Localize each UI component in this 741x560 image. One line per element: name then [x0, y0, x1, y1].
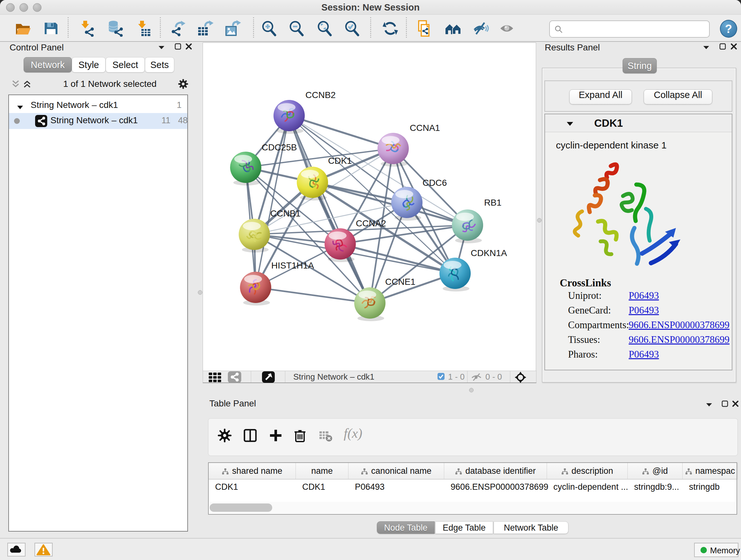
- status-bar: Memory: [0, 538, 741, 560]
- first-neighbors-icon[interactable]: [445, 20, 461, 37]
- network-node[interactable]: CCNA1: [378, 123, 440, 167]
- tab-edge-table[interactable]: Edge Table: [435, 521, 493, 534]
- maximize-panel-icon[interactable]: [174, 43, 182, 52]
- float-panel-icon[interactable]: [702, 44, 710, 51]
- table-settings-gear-icon[interactable]: [217, 428, 232, 443]
- network-share-view-icon[interactable]: [228, 371, 241, 383]
- float-panel-icon[interactable]: [705, 401, 713, 409]
- search-input[interactable]: [549, 20, 710, 38]
- crosslink-value[interactable]: 9606.ENSP00000378699: [629, 334, 730, 346]
- splitter-handle[interactable]: [198, 290, 202, 295]
- column-header-canonical-name[interactable]: canonical name: [348, 463, 444, 480]
- show-graphics-details-icon[interactable]: [499, 20, 516, 37]
- maximize-panel-icon[interactable]: [721, 400, 729, 409]
- footer-separator: [251, 371, 251, 382]
- close-panel-icon[interactable]: [732, 400, 739, 409]
- export-network-icon[interactable]: [170, 20, 187, 37]
- crosslink-value[interactable]: P06493: [629, 305, 659, 316]
- results-panel-title: Results Panel: [545, 43, 600, 53]
- network-collection-row[interactable]: String Network – cdk1 1: [9, 99, 187, 113]
- gear-icon[interactable]: [178, 78, 189, 91]
- import-table-file-icon[interactable]: [135, 20, 151, 37]
- tab-sets[interactable]: Sets: [145, 57, 174, 72]
- export-image-icon[interactable]: [225, 20, 241, 37]
- zoom-fit-icon[interactable]: [316, 20, 333, 37]
- network-edge[interactable]: [313, 182, 468, 225]
- network-node[interactable]: HIST1H1A: [240, 260, 314, 306]
- network-row[interactable]: String Network – cdk1 11 48: [9, 113, 187, 129]
- network-node[interactable]: CCNE1: [354, 277, 415, 321]
- tree-expander-icon[interactable]: [17, 102, 23, 112]
- float-panel-icon[interactable]: [158, 44, 165, 51]
- table-cell[interactable]: stringdb: [689, 482, 720, 492]
- collapse-all-tree-icon[interactable]: [11, 79, 20, 90]
- section-expander-icon[interactable]: [566, 121, 574, 128]
- function-builder-icon[interactable]: f(x): [344, 426, 362, 441]
- network-node[interactable]: CDKN1A: [440, 248, 507, 292]
- expand-all-tree-icon[interactable]: [23, 79, 31, 90]
- close-panel-icon[interactable]: [730, 43, 738, 52]
- tab-network[interactable]: Network: [23, 57, 72, 72]
- delete-table-icon[interactable]: [318, 428, 333, 443]
- table-hscrollbar[interactable]: [209, 502, 736, 513]
- pan-crosshair-icon[interactable]: [515, 372, 526, 383]
- table-cell[interactable]: CDK1: [302, 482, 325, 492]
- selected-checkbox-icon[interactable]: [437, 373, 445, 380]
- column-header-description[interactable]: description: [547, 463, 628, 480]
- save-session-icon[interactable]: [43, 20, 59, 37]
- column-header--id[interactable]: @id: [628, 463, 683, 480]
- window-title: Session: New Session: [0, 0, 741, 15]
- export-table-icon[interactable]: [197, 20, 213, 37]
- hide-graphics-details-icon[interactable]: [472, 20, 489, 37]
- hscrollbar-thumb[interactable]: [210, 503, 272, 512]
- open-session-icon[interactable]: [15, 20, 31, 37]
- refresh-icon[interactable]: [382, 20, 399, 37]
- cdk1-section: CDK1 cyclin-dependent kinase 1: [544, 114, 732, 370]
- table-cell[interactable]: 9606.ENSP00000378699: [451, 482, 548, 492]
- tab-network-table[interactable]: Network Table: [494, 521, 568, 534]
- tab-select[interactable]: Select: [106, 57, 145, 72]
- collapse-all-button[interactable]: Collapse All: [644, 89, 712, 105]
- grid-view-icon[interactable]: [208, 372, 222, 382]
- cdk1-section-header[interactable]: CDK1: [545, 114, 732, 132]
- delete-column-icon[interactable]: [293, 428, 307, 443]
- expand-all-button[interactable]: Expand All: [569, 89, 632, 105]
- network-edge[interactable]: [289, 116, 393, 148]
- zoom-out-icon[interactable]: [288, 20, 305, 37]
- crosslink-value[interactable]: P06493: [629, 349, 659, 360]
- splitter-handle[interactable]: [537, 218, 542, 223]
- close-panel-icon[interactable]: [185, 43, 193, 52]
- column-header-name[interactable]: name: [296, 463, 348, 480]
- zoom-selected-icon[interactable]: [344, 20, 360, 37]
- tab-style[interactable]: Style: [72, 57, 106, 72]
- birdseye-view-icon[interactable]: [262, 371, 275, 383]
- zoom-in-icon[interactable]: [261, 20, 277, 37]
- warning-button[interactable]: [35, 543, 53, 557]
- crosslink-value[interactable]: P06493: [629, 290, 659, 301]
- network-node-count: 11: [161, 116, 171, 125]
- network-edge[interactable]: [256, 287, 370, 303]
- column-header-database-identifier[interactable]: database identifier: [444, 463, 547, 480]
- import-network-database-icon[interactable]: [107, 20, 124, 37]
- add-column-icon[interactable]: [268, 428, 283, 443]
- table-cell[interactable]: CDK1: [215, 482, 238, 492]
- tab-node-table[interactable]: Node Table: [377, 521, 434, 534]
- show-columns-icon[interactable]: [243, 428, 258, 443]
- table-cell[interactable]: cyclin-dependent ...: [553, 482, 628, 492]
- maximize-panel-icon[interactable]: [719, 43, 727, 52]
- network-edge[interactable]: [289, 116, 370, 303]
- memory-button[interactable]: Memory: [694, 543, 738, 557]
- column-header-namespac[interactable]: namespac: [683, 463, 738, 480]
- help-button[interactable]: ?: [720, 20, 737, 38]
- cloud-button[interactable]: [7, 543, 25, 557]
- network-node[interactable]: RB1: [452, 198, 501, 243]
- network-node[interactable]: CDC25B: [230, 142, 297, 186]
- network-view[interactable]: CCNB2CCNA1CDC25BCDK1CDC6RB1CCNB1CCNA2CDK…: [203, 43, 536, 371]
- table-cell[interactable]: stringdb:9...: [634, 482, 679, 492]
- tab-string[interactable]: String: [623, 58, 657, 73]
- column-header-shared-name[interactable]: shared name: [209, 463, 296, 480]
- clone-network-icon[interactable]: [416, 20, 433, 37]
- table-cell[interactable]: P06493: [355, 482, 385, 492]
- import-network-file-icon[interactable]: [79, 20, 95, 37]
- crosslink-value[interactable]: 9606.ENSP00000378699: [629, 319, 730, 331]
